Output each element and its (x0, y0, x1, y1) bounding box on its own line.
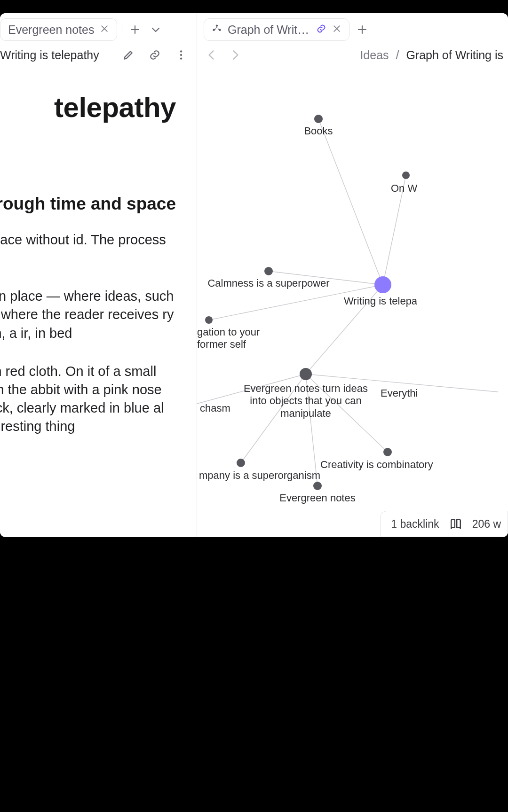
note-heading: through time and space (0, 194, 176, 214)
book-icon (450, 518, 462, 530)
word-count: 206 w (472, 518, 501, 531)
svg-point-2 (180, 57, 182, 59)
backlinks-count[interactable]: 1 backlink (391, 518, 439, 531)
graph-label-writing: Writing is telepa (344, 295, 417, 307)
tab-title: Graph of Writing is t (228, 23, 310, 37)
breadcrumb-sep: / (396, 48, 399, 62)
graph-canvas[interactable]: Books On W Calmness is a superpower Writ… (197, 68, 508, 537)
svg-line-6 (318, 119, 383, 285)
more-vertical-icon[interactable] (173, 47, 189, 63)
left-subbar: Writing is telepathy (0, 42, 197, 68)
graph-label-obligation: gation to your former self (197, 326, 282, 351)
svg-point-0 (180, 50, 182, 52)
graph-label-calmness: Calmness is a superpower (207, 277, 329, 289)
note-paragraph: ugh time and space without id. The proce… (0, 231, 176, 267)
link-icon[interactable] (147, 47, 163, 63)
graph-node-evergreen-ideas[interactable] (300, 368, 312, 380)
app-window: Evergreen notes Writing is telepathy (0, 13, 508, 537)
graph-icon (212, 23, 222, 37)
graph-label-creativity: Creativity is combinatory (320, 459, 433, 471)
graph-label-evergreen-ideas: Evergreen notes turn ideas into objects … (240, 383, 372, 420)
graph-label-everything: Everythi (381, 387, 418, 399)
left-pane: Evergreen notes Writing is telepathy (0, 13, 197, 537)
new-tab-button[interactable] (354, 22, 370, 38)
graph-footer: 1 backlink 206 w (380, 511, 508, 537)
left-tabbar: Evergreen notes (0, 13, 197, 42)
note-paragraph: ble covered with red cloth. On it of a s… (0, 362, 176, 436)
svg-point-3 (216, 24, 218, 26)
graph-node-books[interactable] (314, 115, 323, 123)
tab-graph-writing[interactable]: Graph of Writing is t (204, 18, 349, 41)
close-icon[interactable] (100, 24, 109, 35)
edit-icon[interactable] (120, 47, 136, 63)
graph-label-company: mpany is a superorganism (199, 469, 320, 482)
tab-divider (122, 23, 122, 36)
graph-label-chasm: chasm (200, 402, 230, 414)
graph-node-on-writing[interactable] (402, 172, 410, 179)
nav-back-icon[interactable] (204, 47, 220, 63)
graph-label-books: Books (304, 125, 333, 137)
svg-point-1 (180, 54, 182, 56)
close-icon[interactable] (332, 24, 341, 35)
note-breadcrumb[interactable]: Writing is telepathy (0, 48, 99, 62)
right-nav: Ideas / Graph of Writing is (197, 42, 508, 68)
graph-node-creativity[interactable] (383, 448, 392, 456)
graph-node-evergreen-notes[interactable] (313, 482, 322, 490)
right-pane: Graph of Writing is t Ideas / (197, 13, 508, 537)
nav-forward-icon[interactable] (227, 47, 243, 63)
graph-label-on-writing: On W (391, 182, 417, 195)
graph-node-company[interactable] (237, 459, 245, 467)
note-viewport[interactable]: telepathy through time and space ugh tim… (0, 68, 197, 537)
graph-label-evergreen-notes: Evergreen notes (279, 492, 355, 504)
tab-evergreen-notes[interactable]: Evergreen notes (0, 18, 117, 41)
new-tab-button[interactable] (127, 22, 143, 38)
right-tabbar: Graph of Writing is t (197, 13, 508, 42)
breadcrumb-page: Graph of Writing is (406, 48, 503, 62)
note-paragraph: e, a transmission place — where ideas, s… (0, 287, 176, 342)
tab-title: Evergreen notes (8, 23, 94, 37)
graph-node-calmness[interactable] (264, 267, 273, 275)
note-content: telepathy through time and space ugh tim… (0, 68, 176, 455)
pinned-link-icon (316, 23, 326, 37)
breadcrumb[interactable]: Ideas / Graph of Writing is (360, 48, 503, 62)
graph-node-writing-telepathy[interactable] (374, 276, 391, 293)
graph-node-obligation[interactable] (205, 316, 213, 324)
tab-menu-chevron-down-icon[interactable] (148, 22, 164, 38)
breadcrumb-root: Ideas (360, 48, 389, 62)
note-title: telepathy (0, 91, 176, 124)
